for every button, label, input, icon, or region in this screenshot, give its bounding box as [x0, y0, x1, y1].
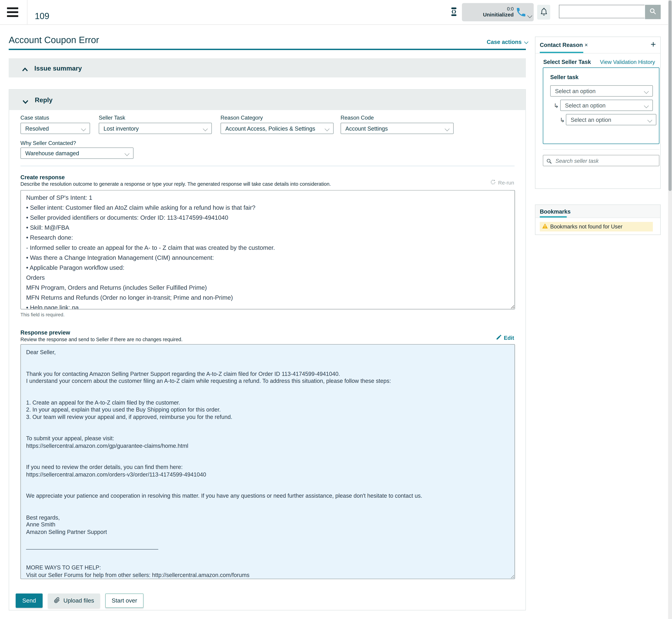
- contact-reason-card: Contact Reason× + Select Seller Task Vie…: [535, 37, 661, 189]
- chevron-down-icon: [203, 126, 208, 131]
- rail-divider: [543, 149, 659, 150]
- tab-bookmarks[interactable]: Bookmarks: [540, 208, 571, 215]
- why-seller-contacted-label: Why Seller Contacted?: [20, 140, 76, 146]
- edit-button[interactable]: Edit: [496, 335, 514, 342]
- phone-chevron-down-icon[interactable]: [527, 13, 532, 18]
- page-scrollbar-thumb[interactable]: [669, 0, 671, 191]
- close-icon[interactable]: ×: [585, 42, 588, 48]
- case-status-select[interactable]: Resolved: [20, 123, 90, 134]
- page-title: Account Coupon Error: [9, 35, 99, 45]
- search-icon: [546, 158, 552, 166]
- bookmarks-warning-text: Bookmarks not found for User: [550, 224, 622, 230]
- hamburger-menu-icon[interactable]: [7, 7, 18, 17]
- seller-task-search-input[interactable]: [554, 156, 656, 166]
- chevron-down-icon: [445, 126, 450, 131]
- seller-task-box-label: Seller task: [550, 74, 579, 80]
- branch-arrow-icon: ↳: [560, 117, 565, 124]
- reason-category-select[interactable]: Account Access, Policies & Settings: [221, 123, 333, 134]
- rerun-button[interactable]: Re-run: [490, 179, 514, 186]
- notifications-button[interactable]: [537, 5, 550, 20]
- case-status-label: Case status: [20, 115, 49, 121]
- paperclip-icon: [54, 597, 60, 605]
- create-response-title: Create response: [20, 174, 65, 181]
- bookmarks-card-header: Bookmarks: [535, 205, 660, 218]
- reply-panel: Reply Case status Resolved Seller Task L…: [9, 89, 526, 611]
- create-response-description: Describe the resolution outcome to gener…: [20, 181, 331, 187]
- send-button[interactable]: Send: [16, 594, 43, 608]
- reply-section-header[interactable]: Reply: [9, 90, 525, 110]
- response-preview-description: Review the response and send to Seller i…: [20, 337, 182, 342]
- contact-reason-card-header: Contact Reason× +: [535, 37, 660, 53]
- chevron-down-icon: [81, 126, 86, 131]
- global-search: [559, 5, 661, 19]
- reply-label: Reply: [35, 96, 53, 104]
- global-search-button[interactable]: [645, 5, 661, 19]
- seller-task-level1-select[interactable]: Select an option: [550, 85, 653, 96]
- seller-task-select[interactable]: Lost inventory: [99, 123, 212, 134]
- active-tab-underline: [540, 52, 583, 53]
- topbar-divider: [27, 0, 27, 24]
- chevron-down-icon: [647, 118, 652, 123]
- phone-status: Uninitialized: [483, 12, 514, 18]
- chevron-down-icon: [644, 89, 649, 94]
- bookmarks-warning-banner: Bookmarks not found for User: [540, 222, 653, 231]
- why-seller-contacted-select[interactable]: Warehouse damaged: [20, 148, 134, 159]
- seller-task-level2-select[interactable]: Select an option: [560, 99, 653, 111]
- required-note: This field is required.: [20, 312, 65, 317]
- seller-task-label: Seller Task: [99, 115, 125, 121]
- issue-summary-label: Issue summary: [34, 64, 82, 72]
- start-over-button[interactable]: Start over: [105, 594, 144, 608]
- phone-status-widget[interactable]: 0:0 Uninitialized: [462, 3, 534, 21]
- chevron-down-icon: [524, 40, 528, 44]
- chevron-down-icon: [22, 98, 29, 102]
- seller-task-level3-select[interactable]: Select an option: [566, 114, 656, 125]
- case-queue-count: 109: [35, 11, 49, 21]
- issue-summary-section-header[interactable]: Issue summary: [9, 58, 526, 77]
- seller-task-search: [543, 155, 659, 166]
- bookmarks-card: Bookmarks Bookmarks not found for User: [535, 204, 661, 235]
- warning-icon: [542, 223, 548, 231]
- create-response-textarea[interactable]: Number of SP's Intent: 1 • Seller intent…: [20, 190, 515, 309]
- case-actions-menu[interactable]: Case actions: [487, 39, 527, 45]
- select-seller-task-label: Select Seller Task: [543, 59, 591, 65]
- form-divider: [20, 166, 515, 166]
- response-preview-title: Response preview: [20, 329, 70, 336]
- search-icon: [650, 7, 656, 16]
- response-preview-textarea[interactable]: Dear Seller, Thank you for contacting Am…: [20, 344, 515, 579]
- phone-timer: 0:0: [483, 6, 514, 12]
- reason-code-label: Reason Code: [341, 115, 374, 121]
- branch-arrow-icon: ↳: [554, 102, 559, 109]
- upload-files-button[interactable]: Upload files: [48, 594, 100, 608]
- phone-icon: [515, 6, 527, 18]
- bell-icon: [540, 7, 547, 17]
- reason-category-label: Reason Category: [221, 115, 263, 121]
- tab-contact-reason[interactable]: Contact Reason×: [540, 42, 588, 48]
- view-validation-history-link[interactable]: View Validation History: [600, 59, 655, 65]
- reason-code-select[interactable]: Account Settings: [341, 123, 454, 134]
- chevron-down-icon: [644, 103, 649, 108]
- refresh-icon: [490, 179, 496, 186]
- chevron-down-icon: [125, 151, 130, 156]
- chevron-down-icon: [325, 126, 329, 131]
- title-rule: [9, 49, 526, 50]
- pencil-icon: [496, 335, 502, 342]
- active-tab-underline: [540, 216, 567, 217]
- top-bar: 109 0:0 Uninitialized: [0, 0, 672, 25]
- global-search-input[interactable]: [559, 5, 645, 18]
- plus-icon[interactable]: +: [651, 39, 656, 50]
- page-scrollbar-track[interactable]: [668, 0, 672, 619]
- device-code-icon[interactable]: [451, 7, 457, 17]
- seller-task-box: Seller task Select an option ↳ Select an…: [543, 67, 659, 144]
- chevron-up-icon: [22, 66, 28, 70]
